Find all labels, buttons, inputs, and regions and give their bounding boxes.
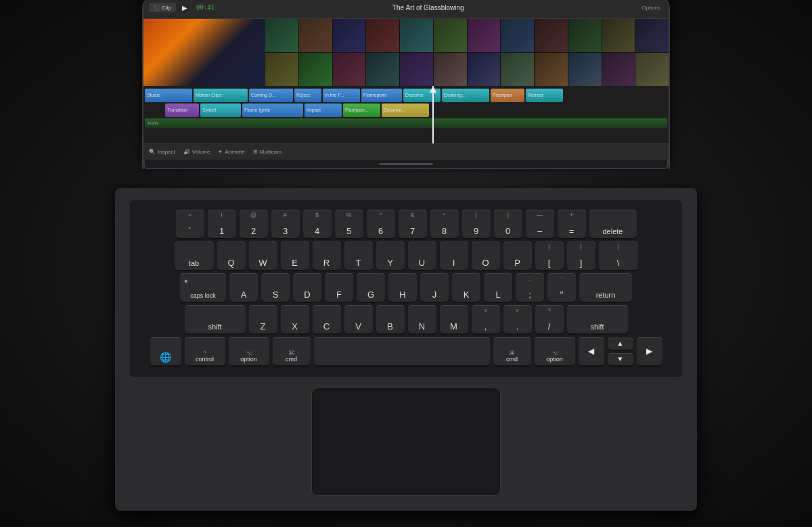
thumb [299,19,332,52]
clip[interactable]: Flamepoint [361,89,402,102]
key-t[interactable]: T [344,242,373,270]
key-l[interactable]: L [484,273,512,302]
key-space[interactable] [314,337,490,365]
key-period[interactable]: > . [503,305,532,334]
clip-button[interactable]: ⬛ Clip [149,3,176,12]
arrow-up-down: ▲ ▼ [608,338,633,365]
key-f[interactable]: F [325,273,353,302]
key-j[interactable]: J [420,273,449,302]
key-shift-left[interactable]: shift [185,305,246,334]
animate-button[interactable]: ✦ Animate [218,149,244,155]
key-quote[interactable]: ' " [547,273,576,302]
arrow-key-cluster: ◀ ▲ ▼ ▶ [579,337,662,365]
clip[interactable]: Transition [165,104,199,117]
clip[interactable]: Retreat [526,89,563,102]
key-tilde[interactable]: ~ ` [176,210,204,238]
key-y[interactable]: Y [376,242,405,270]
key-m[interactable]: M [440,305,468,334]
key-k[interactable]: K [452,273,480,302]
key-7[interactable]: & 7 [399,210,427,238]
key-control[interactable]: ^ control [185,337,225,365]
key-minus[interactable]: — – [526,210,554,238]
key-c[interactable]: C [313,305,341,334]
key-5[interactable]: % 5 [335,210,363,238]
key-r[interactable]: R [313,242,341,270]
key-e[interactable]: E [281,242,309,270]
clip[interactable]: Impact [304,104,342,117]
key-2[interactable]: @ 2 [240,210,268,238]
key-arrow-right[interactable]: ▶ [637,337,662,365]
key-n[interactable]: N [408,305,436,334]
clip[interactable]: Flashpan [491,89,524,102]
multicam-button[interactable]: ⊞ Multicam [253,149,281,155]
key-z[interactable]: Z [249,305,277,334]
key-slash[interactable]: ? / [535,305,564,334]
key-i[interactable]: I [440,242,468,270]
key-comma[interactable]: < , [472,305,500,334]
key-p[interactable]: P [503,242,532,270]
key-equals[interactable]: + = [558,210,586,238]
magic-keyboard: ~ ` ! 1 @ 2 # 3 $ 4 [115,188,697,511]
key-tab[interactable]: tab [175,242,214,270]
fcp-viewer [143,19,669,86]
inspect-button[interactable]: 🔍 Inspect [149,149,175,155]
key-shift-right[interactable]: shift [567,305,628,334]
key-semicolon[interactable]: : ; [516,273,544,302]
key-close-bracket[interactable]: } ] [567,242,595,270]
key-q[interactable]: Q [217,242,246,270]
clip[interactable]: Coming D... [249,89,293,102]
audio-clip[interactable]: Audio [145,118,667,128]
key-command-left[interactable]: ⌘ cmd [273,337,311,365]
key-h[interactable]: H [388,273,417,302]
key-return[interactable]: return [579,273,632,302]
key-v[interactable]: V [344,305,373,334]
clip[interactable]: Evolving... [442,89,489,102]
key-arrow-left[interactable]: ◀ [579,337,604,365]
key-1[interactable]: ! 1 [208,210,236,238]
clip[interactable]: Studio [145,89,192,102]
play-button[interactable]: ▶ [180,3,189,12]
key-arrow-up[interactable]: ▲ [608,338,633,350]
key-open-bracket[interactable]: { [ [535,242,564,270]
key-8[interactable]: * 8 [430,210,459,238]
key-delete[interactable]: delete [589,210,637,238]
key-command-right[interactable]: ⌘ cmd [493,337,531,365]
key-u[interactable]: U [408,242,436,270]
key-option-right[interactable]: ⌥ option [535,337,575,365]
fcp-app: ⬛ Clip ▶ 00:41 The Art of Glassblowing O… [143,0,669,160]
clip[interactable]: Dissolve... [382,104,429,117]
key-o[interactable]: O [472,242,500,270]
key-arrow-down[interactable]: ▼ [608,353,633,365]
thumb [333,19,366,52]
options-button[interactable]: Options [641,5,660,11]
key-option-left[interactable]: ⌥ option [229,337,269,365]
key-a[interactable]: A [229,273,258,302]
key-s[interactable]: S [261,273,290,302]
clip[interactable]: Flame Ignite [242,104,303,117]
volume-button[interactable]: 🔊 Volume [183,149,210,155]
playhead [432,86,434,143]
thumb [366,19,399,52]
key-g[interactable]: G [357,273,385,302]
key-x[interactable]: X [281,305,309,334]
clip[interactable]: Swivel [200,104,241,117]
key-globe[interactable]: 🌐 [150,337,181,365]
thumb [265,53,298,86]
trackpad[interactable] [311,388,501,496]
key-w[interactable]: W [249,242,277,270]
key-4[interactable]: $ 4 [303,210,332,238]
key-9[interactable]: ( 9 [462,210,491,238]
key-3[interactable]: # 3 [271,210,300,238]
clip[interactable]: Motion Clips [194,89,248,102]
key-0[interactable]: ) 0 [494,210,522,238]
main-video [143,19,265,86]
key-6[interactable]: ^ 6 [367,210,395,238]
key-backslash[interactable]: | \ [599,242,638,270]
key-d[interactable]: D [293,273,321,302]
clip[interactable]: Reject [294,89,321,102]
ipad-container: ⬛ Clip ▶ 00:41 The Art of Glassblowing O… [142,0,670,169]
key-caps-lock[interactable]: • caps lock [180,273,226,302]
clip[interactable]: In the F... [323,89,360,102]
key-b[interactable]: B [376,305,405,334]
clip[interactable]: Flashpan... [343,104,380,117]
